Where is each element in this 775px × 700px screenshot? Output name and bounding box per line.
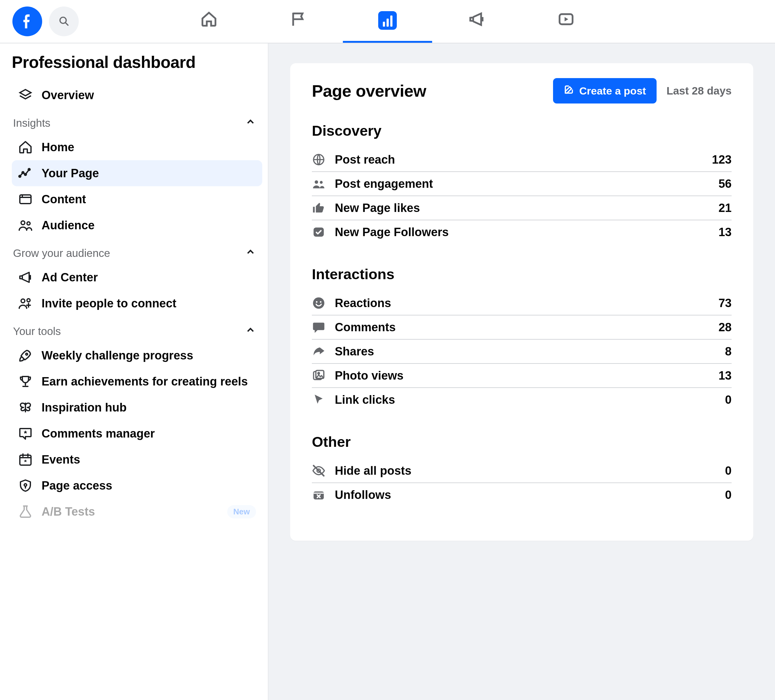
- svg-point-5: [25, 174, 27, 176]
- metric-value: 8: [725, 345, 732, 358]
- sidebar-item-ad-center[interactable]: Ad Center: [12, 264, 262, 290]
- svg-point-9: [27, 222, 30, 225]
- sidebar-item-content[interactable]: Content: [12, 186, 262, 212]
- facebook-logo[interactable]: [12, 7, 42, 36]
- sidebar-item-earn-achievements-for-creating-reels[interactable]: Earn achievements for creating reels: [12, 368, 262, 395]
- metric-value: 28: [718, 321, 732, 334]
- search-button[interactable]: [49, 7, 79, 36]
- house-icon: [18, 140, 33, 154]
- page-overview-card: Page overview Create a post Last 28 days…: [290, 63, 753, 541]
- svg-point-19: [313, 297, 324, 309]
- metric-row-post-reach[interactable]: Post reach123: [312, 148, 732, 172]
- metric-row-photo-views[interactable]: Photo views13: [312, 364, 732, 388]
- sidebar-item-overview[interactable]: Overview: [12, 82, 262, 108]
- metric-label: Photo views: [335, 369, 404, 382]
- metric-label: Post reach: [335, 153, 395, 166]
- home-icon: [200, 10, 218, 30]
- tab-insights[interactable]: [343, 0, 432, 43]
- box-x-icon: [312, 488, 326, 502]
- share-icon: [312, 345, 326, 358]
- svg-point-17: [320, 181, 323, 184]
- metric-label: New Page Followers: [335, 226, 449, 239]
- eye-slash-icon: [312, 464, 326, 478]
- metric-row-new-page-followers[interactable]: New Page Followers13: [312, 220, 732, 244]
- svg-point-4: [22, 172, 24, 174]
- topbar: [0, 0, 775, 43]
- sidebar-item-weekly-challenge-progress[interactable]: Weekly challenge progress: [12, 342, 262, 368]
- time-range-filter[interactable]: Last 28 days: [667, 85, 732, 97]
- sidebar-section-header[interactable]: Grow your audience: [12, 238, 262, 264]
- create-post-button[interactable]: Create a post: [553, 78, 656, 103]
- sidebar-item-label: Earn achievements for creating reels: [42, 375, 248, 388]
- metric-row-unfollows[interactable]: Unfollows0: [312, 483, 732, 507]
- sidebar-item-inspiration-hub[interactable]: Inspiration hub: [12, 395, 262, 420]
- metric-row-hide-all-posts[interactable]: Hide all posts0: [312, 459, 732, 483]
- sidebar-item-label: A/B Tests: [42, 505, 95, 518]
- svg-point-12: [26, 353, 28, 355]
- content-icon: [18, 192, 33, 207]
- svg-rect-7: [20, 195, 31, 204]
- chevron-up-icon: [245, 116, 256, 130]
- sidebar-item-label: Content: [42, 193, 86, 206]
- sidebar-item-label: Ad Center: [42, 271, 98, 284]
- flask-icon: [18, 504, 33, 519]
- megaphone-icon: [468, 10, 486, 30]
- megaphone-icon: [18, 270, 33, 285]
- metric-value: 73: [718, 297, 732, 310]
- metric-value: 21: [718, 201, 732, 215]
- metric-label: Unfollows: [335, 488, 391, 502]
- sidebar-item-label: Inspiration hub: [42, 401, 126, 414]
- edit-icon: [564, 84, 574, 97]
- svg-point-21: [320, 301, 321, 303]
- sidebar-section-header[interactable]: Insights: [12, 108, 262, 134]
- svg-point-16: [314, 180, 318, 184]
- metric-row-shares[interactable]: Shares8: [312, 340, 732, 364]
- sidebar-section-label: Your tools: [13, 325, 61, 337]
- metric-value: 123: [712, 153, 732, 166]
- tab-pages[interactable]: [254, 0, 343, 43]
- sidebar-item-invite-people-to-connect[interactable]: Invite people to connect: [12, 290, 262, 316]
- calendar-star-icon: [18, 452, 33, 467]
- search-icon: [58, 15, 70, 28]
- sidebar-item-events[interactable]: Events: [12, 446, 262, 473]
- butterfly-icon: [18, 400, 33, 415]
- audience-icon: [18, 218, 33, 233]
- metric-label: Link clicks: [335, 393, 395, 406]
- metric-label: Post engagement: [335, 177, 433, 191]
- svg-point-10: [21, 299, 25, 303]
- sidebar-item-page-access[interactable]: Page access: [12, 473, 262, 499]
- metric-value: 56: [718, 177, 732, 191]
- sidebar-item-your-page[interactable]: Your Page: [12, 160, 262, 186]
- sidebar-item-home[interactable]: Home: [12, 134, 262, 160]
- sidebar-item-audience[interactable]: Audience: [12, 212, 262, 238]
- sidebar: Professional dashboard Overview Insights…: [0, 43, 268, 700]
- tab-video[interactable]: [521, 0, 611, 43]
- metric-row-post-engagement[interactable]: Post engagement56: [312, 172, 732, 196]
- svg-point-3: [19, 176, 21, 177]
- new-badge: New: [227, 505, 256, 518]
- metric-row-reactions[interactable]: Reactions73: [312, 291, 732, 315]
- insights-icon: [378, 11, 397, 30]
- sidebar-item-label: Page access: [42, 479, 112, 493]
- cursor-icon: [312, 393, 326, 406]
- shield-icon: [18, 478, 33, 493]
- svg-point-25: [318, 372, 319, 374]
- sidebar-title: Professional dashboard: [12, 53, 262, 71]
- sidebar-section-label: Grow your audience: [13, 247, 110, 259]
- metric-value: 0: [725, 488, 732, 502]
- rocket-icon: [18, 348, 33, 363]
- photo-icon: [312, 369, 326, 382]
- video-icon: [557, 10, 575, 30]
- sidebar-section-header[interactable]: Your tools: [12, 316, 262, 342]
- metric-row-new-page-likes[interactable]: New Page likes21: [312, 196, 732, 220]
- metric-row-link-clicks[interactable]: Link clicks0: [312, 388, 732, 411]
- metric-group-title: Other: [312, 433, 732, 450]
- chart-line-icon: [18, 166, 33, 181]
- sidebar-item-comments-manager[interactable]: Comments manager: [12, 420, 262, 446]
- page-overview-title: Page overview: [312, 81, 426, 100]
- metric-row-comments[interactable]: Comments28: [312, 315, 732, 340]
- svg-line-1: [66, 23, 68, 25]
- tab-ad-center[interactable]: [432, 0, 521, 43]
- sidebar-item-a-b-tests[interactable]: A/B TestsNew: [12, 499, 262, 524]
- tab-home[interactable]: [164, 0, 254, 43]
